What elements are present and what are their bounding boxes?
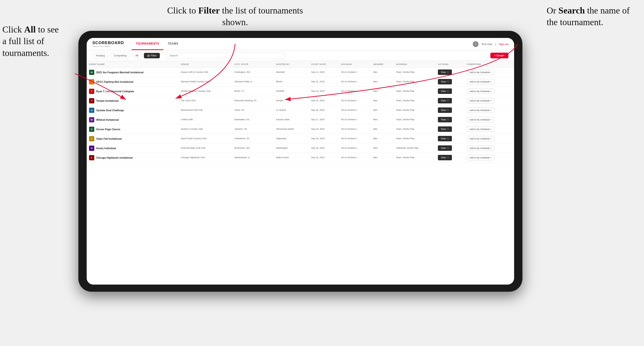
separator: | — [495, 43, 496, 45]
view-button-2[interactable]: View ⓘ — [438, 88, 452, 94]
filter-icon: ▤ — [147, 54, 150, 57]
team-logo-7: V — [89, 136, 94, 141]
competing-cell-2: Add to My Schedule + — [464, 87, 514, 96]
gender-cell-8: Men — [371, 144, 394, 153]
view-button-7[interactable]: View ⓘ — [438, 136, 452, 141]
table-row: C Chicago Highlands Invitational Chicago… — [87, 153, 514, 163]
division-cell-1: NCAA Division I — [339, 77, 371, 87]
add-schedule-button-3[interactable]: Add to My Schedule + — [467, 98, 494, 103]
competing-cell-7: Add to My Schedule + — [464, 134, 514, 144]
view-icon-6: ⓘ — [447, 128, 449, 131]
event-name-cell-6: G Grover Page Classic — [87, 125, 178, 134]
view-button-5[interactable]: View ⓘ — [438, 117, 452, 122]
view-button-6[interactable]: View ⓘ — [438, 126, 452, 132]
view-button-8[interactable]: View ⓘ — [438, 145, 452, 151]
add-schedule-button-4[interactable]: Add to My Schedule + — [467, 107, 494, 113]
scoring-cell-8: Individual, Stroke Play — [394, 144, 436, 153]
add-schedule-button-9[interactable]: Add to My Schedule + — [467, 155, 494, 160]
scoring-cell-0: Team, Stroke Play — [394, 68, 436, 77]
filter-button[interactable]: ▤ Filter — [144, 53, 160, 58]
city-state-cell-6: Jackson, TN — [232, 125, 274, 134]
competing-cell-3: Add to My Schedule + — [464, 96, 514, 106]
team-logo-1: I — [89, 79, 94, 84]
view-icon-3: ⓘ — [447, 99, 449, 102]
hosted-by-cell-6: Tennessee-Martin — [274, 125, 309, 134]
hosted-by-cell-1: Illinois — [274, 77, 309, 87]
view-icon-9: ⓘ — [447, 156, 449, 159]
city-state-cell-9: Westchester, IL — [232, 153, 274, 163]
tablet-screen: SCOREBOARD Powered by clippd TOURNAMENTS… — [87, 38, 514, 285]
team-logo-8: W — [89, 146, 94, 151]
tab-all[interactable]: All — [132, 53, 142, 58]
view-button-1[interactable]: View ⓘ — [438, 79, 452, 84]
event-name-cell-1: I OFCC Fighting Illini Invitational — [87, 77, 178, 87]
col-start-date: START DATE — [309, 61, 338, 68]
city-state-cell-3: Plymouth Meeting, PA — [232, 96, 274, 106]
add-schedule-button-0[interactable]: Add to My Schedule + — [467, 69, 494, 75]
col-division: DIVISION — [339, 61, 371, 68]
team-logo-2: F — [89, 89, 94, 94]
competing-cell-8: Add to My Schedule + — [464, 144, 514, 153]
competing-cell-9: Add to My Schedule + — [464, 153, 514, 163]
actions-cell-9: View ⓘ — [436, 153, 464, 163]
col-gender: GENDER — [371, 61, 394, 68]
nav-tab-tournaments[interactable]: TOURNAMENTS — [132, 38, 164, 50]
gender-cell-3: Men — [371, 96, 394, 106]
filter-label: Filter — [151, 54, 156, 57]
actions-cell-6: View ⓘ — [436, 125, 464, 134]
col-city-state: CITY, STATE — [232, 61, 274, 68]
nav-tab-teams[interactable]: TEAMS — [163, 38, 182, 50]
venue-cell-3: The 1912 Club — [178, 96, 232, 106]
tab-hosting[interactable]: Hosting — [92, 53, 108, 58]
venue-cell-6: Jackson Country Club — [178, 125, 232, 134]
gender-cell-6: Men — [371, 125, 394, 134]
filter-bar: Hosting Competing All ▤ Filter + Create — [87, 50, 514, 61]
division-cell-2: NCAA Division I — [339, 87, 371, 96]
annotation-top-center: Click to Filter the list of tournaments … — [162, 5, 309, 28]
create-button[interactable]: + Create — [490, 53, 508, 58]
actions-cell-0: View ⓘ — [436, 68, 464, 77]
competing-cell-4: Add to My Schedule + — [464, 106, 514, 115]
view-icon-1: ⓘ — [447, 80, 449, 83]
sign-out-link[interactable]: Sign out — [499, 43, 508, 45]
view-button-9[interactable]: View ⓘ — [438, 155, 452, 160]
view-button-3[interactable]: View ⓘ — [438, 98, 452, 103]
competing-cell-6: Add to My Schedule + — [464, 125, 514, 134]
event-name-cell-0: M 2023 Joe Feaganes Marshall Invitationa… — [87, 68, 178, 77]
actions-cell-4: View ⓘ — [436, 106, 464, 115]
table-row: M 2023 Joe Feaganes Marshall Invitationa… — [87, 68, 514, 77]
search-input[interactable] — [166, 53, 285, 58]
division-cell-6: NCAA Division I — [339, 125, 371, 134]
add-schedule-button-5[interactable]: Add to My Schedule + — [467, 117, 494, 122]
tab-competing[interactable]: Competing — [110, 53, 130, 58]
user-avatar: U — [473, 41, 478, 47]
scoring-cell-9: Team, Stroke Play — [394, 153, 436, 163]
annotation-top-right: Or Search the name of the tournament. — [547, 5, 637, 28]
hosted-by-cell-3: Temple — [274, 96, 309, 106]
view-button-0[interactable]: View ⓘ — [438, 69, 452, 75]
view-button-4[interactable]: View ⓘ — [438, 107, 452, 113]
division-cell-7: NCAA Division I — [339, 134, 371, 144]
add-schedule-button-1[interactable]: Add to My Schedule + — [467, 79, 494, 84]
venue-cell-4: Ravenwood Golf Club — [178, 106, 232, 115]
competing-cell-0: Add to My Schedule + — [464, 68, 514, 77]
actions-cell-2: View ⓘ — [436, 87, 464, 96]
competing-cell-5: Add to My Schedule + — [464, 115, 514, 125]
add-schedule-button-7[interactable]: Add to My Schedule + — [467, 136, 494, 141]
add-schedule-button-8[interactable]: Add to My Schedule + — [467, 145, 494, 151]
gender-cell-5: Men — [371, 115, 394, 125]
start-date-cell-8: Sep 18, 2023 — [309, 144, 338, 153]
start-date-cell-2: Sep 16, 2023 — [309, 87, 338, 96]
scoring-cell-7: Team, Stroke Play — [394, 134, 436, 144]
hosted-by-cell-9: Wake Forest — [274, 153, 309, 163]
start-date-cell-0: Sep 11, 2023 — [309, 68, 338, 77]
event-name-cell-8: W Husky Individual — [87, 144, 178, 153]
division-cell-5: NCAA Division I — [339, 115, 371, 125]
event-name-text-8: Husky Individual — [96, 147, 116, 150]
col-venue: VENUE — [178, 61, 232, 68]
add-schedule-button-2[interactable]: Add to My Schedule + — [467, 88, 494, 94]
city-state-cell-8: Bremerton, WA — [232, 144, 274, 153]
team-logo-4: U — [89, 108, 94, 113]
scoring-cell-5: Team, Stroke Play — [394, 115, 436, 125]
add-schedule-button-6[interactable]: Add to My Schedule + — [467, 126, 494, 132]
